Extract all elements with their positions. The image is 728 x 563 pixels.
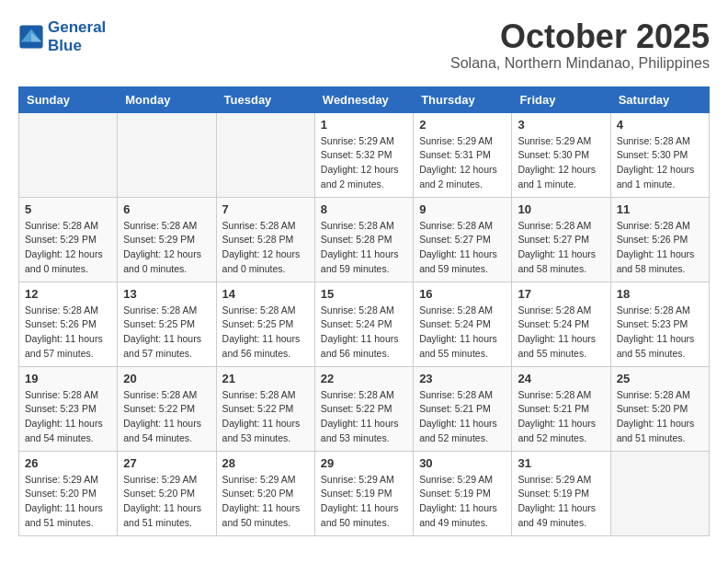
day-number: 8 — [321, 202, 407, 216]
day-number: 26 — [25, 456, 111, 470]
calendar-cell: 30Sunrise: 5:29 AMSunset: 5:19 PMDayligh… — [414, 451, 512, 535]
logo: General Blue — [18, 18, 106, 54]
day-info: Sunrise: 5:28 AMSunset: 5:22 PMDaylight:… — [123, 388, 210, 446]
day-info: Sunrise: 5:28 AMSunset: 5:30 PMDaylight:… — [617, 134, 703, 192]
calendar-cell: 24Sunrise: 5:28 AMSunset: 5:21 PMDayligh… — [512, 366, 610, 451]
day-number: 18 — [617, 287, 703, 301]
day-info: Sunrise: 5:28 AMSunset: 5:29 PMDaylight:… — [25, 219, 111, 277]
location-title: Solana, Northern Mindanao, Philippines — [450, 55, 710, 72]
calendar-cell: 16Sunrise: 5:28 AMSunset: 5:24 PMDayligh… — [414, 282, 512, 366]
day-number: 5 — [25, 202, 111, 216]
calendar-week-3: 12Sunrise: 5:28 AMSunset: 5:26 PMDayligh… — [19, 282, 710, 366]
calendar-cell: 27Sunrise: 5:29 AMSunset: 5:20 PMDayligh… — [118, 451, 216, 535]
month-title: October 2025 — [450, 18, 710, 55]
weekday-header-friday: Friday — [512, 86, 610, 112]
calendar-cell: 15Sunrise: 5:28 AMSunset: 5:24 PMDayligh… — [314, 282, 413, 366]
calendar-cell: 20Sunrise: 5:28 AMSunset: 5:22 PMDayligh… — [118, 366, 216, 451]
day-info: Sunrise: 5:29 AMSunset: 5:20 PMDaylight:… — [123, 473, 210, 531]
day-number: 15 — [321, 287, 407, 301]
day-info: Sunrise: 5:28 AMSunset: 5:27 PMDaylight:… — [419, 219, 506, 277]
day-number: 23 — [419, 372, 506, 385]
day-number: 17 — [518, 287, 604, 301]
day-info: Sunrise: 5:28 AMSunset: 5:28 PMDaylight:… — [222, 219, 309, 277]
day-info: Sunrise: 5:28 AMSunset: 5:24 PMDaylight:… — [419, 304, 506, 362]
calendar-table: SundayMondayTuesdayWednesdayThursdayFrid… — [18, 86, 710, 536]
weekday-header-row: SundayMondayTuesdayWednesdayThursdayFrid… — [19, 86, 710, 112]
day-number: 13 — [123, 287, 210, 301]
day-info: Sunrise: 5:29 AMSunset: 5:20 PMDaylight:… — [25, 473, 111, 531]
calendar-cell: 1Sunrise: 5:29 AMSunset: 5:32 PMDaylight… — [314, 112, 413, 197]
day-number: 25 — [617, 372, 703, 385]
calendar-cell: 28Sunrise: 5:29 AMSunset: 5:20 PMDayligh… — [216, 451, 314, 535]
day-number: 2 — [419, 118, 506, 132]
day-number: 28 — [222, 456, 309, 470]
day-info: Sunrise: 5:29 AMSunset: 5:32 PMDaylight:… — [321, 134, 407, 192]
calendar-cell: 25Sunrise: 5:28 AMSunset: 5:20 PMDayligh… — [610, 366, 709, 451]
day-number: 27 — [123, 456, 210, 470]
weekday-header-wednesday: Wednesday — [314, 86, 413, 112]
day-info: Sunrise: 5:28 AMSunset: 5:24 PMDaylight:… — [321, 304, 407, 362]
day-info: Sunrise: 5:28 AMSunset: 5:29 PMDaylight:… — [123, 219, 210, 277]
calendar-cell — [216, 112, 314, 197]
calendar-cell: 6Sunrise: 5:28 AMSunset: 5:29 PMDaylight… — [118, 197, 216, 282]
day-number: 20 — [123, 372, 210, 385]
day-info: Sunrise: 5:28 AMSunset: 5:25 PMDaylight:… — [123, 304, 210, 362]
day-number: 16 — [419, 287, 506, 301]
calendar-cell: 19Sunrise: 5:28 AMSunset: 5:23 PMDayligh… — [19, 366, 118, 451]
calendar-cell: 13Sunrise: 5:28 AMSunset: 5:25 PMDayligh… — [118, 282, 216, 366]
calendar-cell: 21Sunrise: 5:28 AMSunset: 5:22 PMDayligh… — [216, 366, 314, 451]
weekday-header-sunday: Sunday — [19, 86, 118, 112]
day-info: Sunrise: 5:28 AMSunset: 5:26 PMDaylight:… — [617, 219, 703, 277]
calendar-cell: 17Sunrise: 5:28 AMSunset: 5:24 PMDayligh… — [512, 282, 610, 366]
day-info: Sunrise: 5:28 AMSunset: 5:27 PMDaylight:… — [518, 219, 604, 277]
day-info: Sunrise: 5:28 AMSunset: 5:21 PMDaylight:… — [518, 388, 604, 446]
day-info: Sunrise: 5:28 AMSunset: 5:20 PMDaylight:… — [617, 388, 703, 446]
day-number: 29 — [321, 456, 407, 470]
page-header: General Blue October 2025 Solana, Northe… — [18, 18, 710, 72]
day-info: Sunrise: 5:28 AMSunset: 5:22 PMDaylight:… — [321, 388, 407, 446]
day-info: Sunrise: 5:28 AMSunset: 5:26 PMDaylight:… — [25, 304, 111, 362]
day-info: Sunrise: 5:29 AMSunset: 5:19 PMDaylight:… — [321, 473, 407, 531]
calendar-cell: 22Sunrise: 5:28 AMSunset: 5:22 PMDayligh… — [314, 366, 413, 451]
day-number: 3 — [518, 118, 604, 132]
day-info: Sunrise: 5:28 AMSunset: 5:23 PMDaylight:… — [25, 388, 111, 446]
day-number: 21 — [222, 372, 309, 385]
day-number: 22 — [321, 372, 407, 385]
day-number: 9 — [419, 202, 506, 216]
day-info: Sunrise: 5:28 AMSunset: 5:28 PMDaylight:… — [321, 219, 407, 277]
logo-text: General Blue — [48, 18, 106, 54]
calendar-cell: 26Sunrise: 5:29 AMSunset: 5:20 PMDayligh… — [19, 451, 118, 535]
day-number: 1 — [321, 118, 407, 132]
logo-icon — [18, 24, 44, 50]
day-info: Sunrise: 5:29 AMSunset: 5:20 PMDaylight:… — [222, 473, 309, 531]
calendar-cell: 11Sunrise: 5:28 AMSunset: 5:26 PMDayligh… — [610, 197, 709, 282]
day-info: Sunrise: 5:29 AMSunset: 5:30 PMDaylight:… — [518, 134, 604, 192]
calendar-cell: 10Sunrise: 5:28 AMSunset: 5:27 PMDayligh… — [512, 197, 610, 282]
weekday-header-tuesday: Tuesday — [216, 86, 314, 112]
day-info: Sunrise: 5:28 AMSunset: 5:21 PMDaylight:… — [419, 388, 506, 446]
day-number: 19 — [25, 372, 111, 385]
calendar-cell: 9Sunrise: 5:28 AMSunset: 5:27 PMDaylight… — [414, 197, 512, 282]
calendar-cell — [118, 112, 216, 197]
day-number: 6 — [123, 202, 210, 216]
day-number: 7 — [222, 202, 309, 216]
day-info: Sunrise: 5:29 AMSunset: 5:31 PMDaylight:… — [419, 134, 506, 192]
calendar-cell: 8Sunrise: 5:28 AMSunset: 5:28 PMDaylight… — [314, 197, 413, 282]
calendar-cell: 2Sunrise: 5:29 AMSunset: 5:31 PMDaylight… — [414, 112, 512, 197]
day-info: Sunrise: 5:29 AMSunset: 5:19 PMDaylight:… — [518, 473, 604, 531]
calendar-cell — [610, 451, 709, 535]
calendar-week-1: 1Sunrise: 5:29 AMSunset: 5:32 PMDaylight… — [19, 112, 710, 197]
calendar-cell: 23Sunrise: 5:28 AMSunset: 5:21 PMDayligh… — [414, 366, 512, 451]
weekday-header-thursday: Thursday — [414, 86, 512, 112]
calendar-cell: 3Sunrise: 5:29 AMSunset: 5:30 PMDaylight… — [512, 112, 610, 197]
day-info: Sunrise: 5:29 AMSunset: 5:19 PMDaylight:… — [419, 473, 506, 531]
calendar-week-2: 5Sunrise: 5:28 AMSunset: 5:29 PMDaylight… — [19, 197, 710, 282]
day-info: Sunrise: 5:28 AMSunset: 5:22 PMDaylight:… — [222, 388, 309, 446]
calendar-cell: 5Sunrise: 5:28 AMSunset: 5:29 PMDaylight… — [19, 197, 118, 282]
day-info: Sunrise: 5:28 AMSunset: 5:24 PMDaylight:… — [518, 304, 604, 362]
day-number: 30 — [419, 456, 506, 470]
calendar-cell: 31Sunrise: 5:29 AMSunset: 5:19 PMDayligh… — [512, 451, 610, 535]
day-info: Sunrise: 5:28 AMSunset: 5:25 PMDaylight:… — [222, 304, 309, 362]
calendar-cell: 14Sunrise: 5:28 AMSunset: 5:25 PMDayligh… — [216, 282, 314, 366]
day-number: 31 — [518, 456, 604, 470]
